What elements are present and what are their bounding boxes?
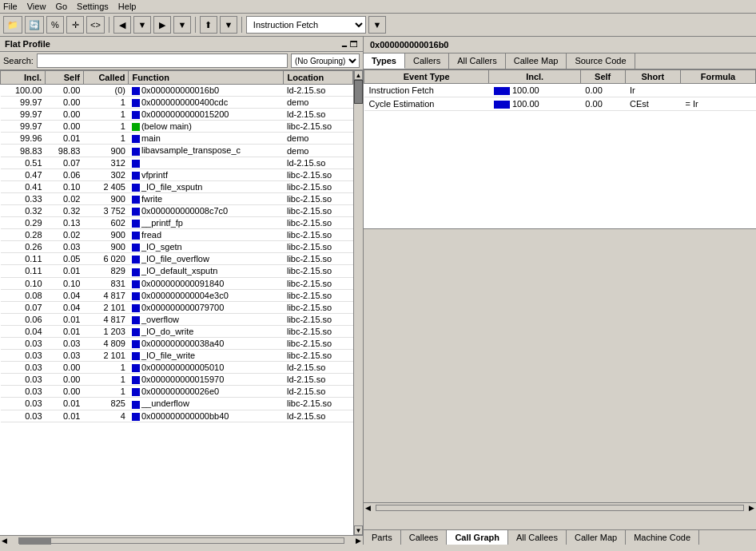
cell-location-1: demo [284, 97, 353, 109]
menu-settings[interactable]: Settings [77, 2, 109, 11]
table-row[interactable]: 0.03 0.01 825 __underflow libc-2.15.so [1, 398, 353, 410]
cell-location-0: ld-2.15.so [284, 85, 353, 97]
table-row[interactable]: 0.32 0.32 3 752 0x000000000008c7c0 libc-… [1, 204, 353, 216]
table-row[interactable]: 0.03 0.00 1 0x000000000005010 ld-2.15.so [1, 362, 353, 374]
scroll-down-btn[interactable]: ▼ [354, 525, 363, 535]
refresh-button[interactable]: 🔄 [25, 16, 44, 34]
table-row[interactable]: 98.83 98.83 900 libavsample_transpose_c … [1, 145, 353, 157]
menu-help[interactable]: Help [118, 2, 137, 11]
types-col-formula[interactable]: Formula [681, 70, 756, 84]
col-self[interactable]: Self [46, 71, 84, 85]
table-row[interactable]: 0.03 0.01 4 0x000000000000bb40 ld-2.15.s… [1, 410, 353, 422]
types-col-event[interactable]: Event Type [364, 70, 489, 84]
cell-function-16: 0x000000000091840 [129, 277, 284, 289]
table-row[interactable]: 0.33 0.02 900 fwrite libc-2.15.so [1, 192, 353, 204]
horizontal-scrollbar[interactable]: ◀ ▶ [0, 535, 363, 545]
table-row[interactable]: 0.47 0.06 302 vfprintf libc-2.15.so [1, 168, 353, 180]
hscroll-thumb[interactable] [19, 538, 51, 545]
types-col-incl[interactable]: Incl. [489, 70, 580, 84]
tab-callee-map[interactable]: Callee Map [506, 54, 567, 69]
col-incl[interactable]: Incl. [1, 71, 46, 85]
menu-go[interactable]: Go [55, 2, 67, 11]
up-button[interactable]: ⬆ [200, 16, 217, 34]
table-row[interactable]: 0.03 0.03 2 101 _IO_file_write libc-2.15… [1, 350, 353, 362]
table-row[interactable]: 100.00 0.00 (0) 0x000000000016b0 ld-2.15… [1, 85, 353, 97]
bottom-tab-all-callees[interactable]: All Callees [508, 530, 567, 545]
types-self-1: 0.00 [580, 97, 625, 111]
bottom-tab-caller-map[interactable]: Caller Map [567, 530, 626, 545]
percent-button[interactable]: % [46, 16, 64, 34]
menu-view[interactable]: View [27, 2, 46, 11]
table-row[interactable]: 0.41 0.10 2 405 _IO_file_xsputn libc-2.1… [1, 180, 353, 192]
cell-incl-24: 0.03 [1, 374, 46, 386]
table-row[interactable]: 0.10 0.10 831 0x000000000091840 libc-2.1… [1, 277, 353, 289]
table-row[interactable]: 99.97 0.00 1 0x0000000000015200 ld-2.15.… [1, 109, 353, 121]
forward-dropdown[interactable]: ▼ [173, 16, 191, 34]
table-row[interactable]: 0.03 0.03 4 809 0x000000000038a40 libc-2… [1, 337, 353, 349]
call-graph-area[interactable]: 1 x 900 x 99.97 % main [364, 229, 756, 529]
call-graph-scroll[interactable]: 1 x 900 x 99.97 % main [364, 229, 756, 529]
menu-file[interactable]: File [3, 2, 18, 11]
tab-callers[interactable]: Callers [405, 54, 449, 69]
bottom-tab-call-graph[interactable]: Call Graph [447, 530, 508, 545]
table-row[interactable]: 0.08 0.04 4 817 0x000000000004e3c0 libc-… [1, 289, 353, 301]
table-row[interactable]: 0.04 0.01 1 203 _IO_do_write libc-2.15.s… [1, 325, 353, 337]
types-col-short[interactable]: Short [625, 70, 681, 84]
open-button[interactable]: 📁 [3, 16, 22, 34]
cell-function-7: vfprintf [129, 168, 284, 180]
table-row[interactable]: 99.97 0.00 1 0x0000000000400cdc demo [1, 97, 353, 109]
graph-hscroll-left[interactable]: ◀ [364, 504, 372, 512]
cell-location-14: libc-2.15.so [284, 253, 353, 265]
tab-all-callers[interactable]: All Callers [449, 54, 506, 69]
minimize-icon[interactable]: 🗕 [340, 40, 348, 49]
types-col-self[interactable]: Self [580, 70, 625, 84]
tab-source-code[interactable]: Source Code [567, 54, 635, 69]
cell-incl-2: 99.97 [1, 109, 46, 121]
table-row[interactable]: 0.29 0.13 602 __printf_fp libc-2.15.so [1, 217, 353, 229]
bottom-tab-callees[interactable]: Callees [401, 530, 448, 545]
table-row[interactable]: 0.11 0.01 829 _IO_default_xsputn libc-2.… [1, 265, 353, 277]
grouping-dropdown[interactable]: (No Grouping) [291, 54, 360, 68]
table-row[interactable]: 0.26 0.03 900 _IO_sgetn libc-2.15.so [1, 241, 353, 253]
col-function[interactable]: Function [129, 71, 284, 85]
col-called[interactable]: Called [83, 71, 129, 85]
scroll-up-btn[interactable]: ▲ [354, 70, 363, 80]
move-button[interactable]: ✛ [66, 16, 84, 34]
hscroll-left-btn[interactable]: ◀ [0, 537, 9, 545]
table-row[interactable]: 99.96 0.01 1 main demo [1, 133, 353, 145]
hscroll-right-btn[interactable]: ▶ [354, 537, 363, 545]
vertical-scrollbar[interactable]: ▲ ▼ [353, 70, 363, 535]
table-row[interactable]: 0.07 0.04 2 101 0x000000000079700 libc-2… [1, 301, 353, 313]
diff-button[interactable]: <> [86, 16, 105, 34]
cell-function-9: fwrite [129, 192, 284, 204]
table-row[interactable]: 0.03 0.00 1 0x000000000015970 ld-2.15.so [1, 374, 353, 386]
search-input[interactable] [37, 54, 288, 68]
up-dropdown[interactable]: ▼ [220, 16, 237, 34]
function-color-box-16 [132, 280, 140, 288]
function-color-box-6 [132, 160, 140, 168]
back-button[interactable]: ◀ [113, 16, 131, 34]
cell-function-0: 0x000000000016b0 [129, 85, 284, 97]
back-dropdown[interactable]: ▼ [133, 16, 151, 34]
dropdown-arrow[interactable]: ▼ [368, 16, 386, 34]
forward-button[interactable]: ▶ [153, 16, 171, 34]
table-row[interactable]: 0.11 0.05 6 020 _IO_file_overflow libc-2… [1, 253, 353, 265]
flat-profile-table-container[interactable]: Incl. Self Called Function Location 100.… [0, 70, 353, 535]
table-row[interactable]: 0.51 0.07 312 ld-2.15.so [1, 157, 353, 168]
function-color-box-13 [132, 244, 140, 252]
table-row[interactable]: 99.97 0.00 1 (below main) libc-2.15.so [1, 121, 353, 133]
table-row[interactable]: 0.03 0.00 1 0x000000000026e0 ld-2.15.so [1, 386, 353, 398]
scroll-thumb[interactable] [354, 80, 363, 104]
bottom-tab-parts[interactable]: Parts [364, 530, 401, 545]
graph-hscroll[interactable]: ◀ ▶ [364, 502, 756, 512]
cell-function-6 [129, 157, 284, 168]
maximize-icon[interactable]: 🗖 [350, 40, 358, 49]
instruction-dropdown[interactable]: Instruction Fetch [246, 16, 366, 34]
graph-hscroll-right[interactable]: ▶ [747, 504, 756, 512]
bottom-tab-machine-code[interactable]: Machine Code [626, 530, 699, 545]
col-location[interactable]: Location [284, 71, 353, 85]
tab-types[interactable]: Types [364, 54, 405, 69]
table-row[interactable]: 0.28 0.02 900 fread libc-2.15.so [1, 229, 353, 241]
table-row[interactable]: 0.06 0.01 4 817 _overflow libc-2.15.so [1, 313, 353, 325]
function-color-box-20 [132, 328, 140, 336]
